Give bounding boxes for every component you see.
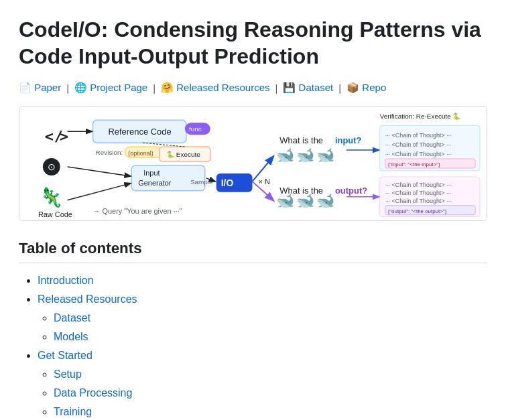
list-item: Released Resources Dataset Models bbox=[38, 291, 487, 345]
toc-get-started-link[interactable]: Get Started bbox=[38, 350, 92, 361]
svg-text:I/O: I/O bbox=[221, 178, 234, 188]
diagram-container: < / > ⊙ 🦎 Raw Code Reference Code func I… bbox=[19, 106, 487, 221]
svg-text:{"input": "<the input>"}: {"input": "<the input>"} bbox=[388, 161, 440, 167]
svg-text:Reference Code: Reference Code bbox=[108, 127, 171, 137]
svg-text:Revision:: Revision: bbox=[96, 149, 123, 156]
svg-text:··· <Chain of Thought> ···: ··· <Chain of Thought> ··· bbox=[385, 182, 452, 188]
svg-text:(optional): (optional) bbox=[128, 150, 153, 157]
diagram-svg: < / > ⊙ 🦎 Raw Code Reference Code func I… bbox=[19, 107, 487, 220]
nav-separator-3: | bbox=[275, 82, 278, 94]
svg-text:⊙: ⊙ bbox=[48, 161, 56, 172]
toc-sublist: Dataset Models bbox=[38, 310, 487, 345]
svg-text:What is the: What is the bbox=[279, 186, 323, 196]
toc-setup-link[interactable]: Setup bbox=[54, 368, 82, 380]
list-item: Introduction bbox=[38, 273, 487, 289]
page-title: CodeI/O: Condensing Reasoning Patterns v… bbox=[19, 16, 487, 70]
svg-text:··· <Chain of Thought> ···: ··· <Chain of Thought> ··· bbox=[385, 198, 452, 204]
svg-text:··· <Chain of Thought> ···: ··· <Chain of Thought> ··· bbox=[385, 151, 452, 157]
svg-text:{"output": "<the output>"}: {"output": "<the output>"} bbox=[388, 208, 447, 214]
nav-separator-4: | bbox=[338, 82, 341, 94]
toc-models-link[interactable]: Models bbox=[54, 331, 88, 342]
svg-text:output?: output? bbox=[335, 186, 367, 196]
list-item: Setup bbox=[54, 366, 487, 382]
toc-list: Introduction Released Resources Dataset … bbox=[19, 273, 487, 420]
toc-released-resources-link[interactable]: Released Resources bbox=[38, 293, 137, 305]
nav-released-resources-link[interactable]: 🤗 Released Resources bbox=[161, 82, 269, 94]
svg-text:🐍 Execute: 🐍 Execute bbox=[166, 150, 200, 159]
svg-text:<: < bbox=[45, 128, 54, 145]
nav-dataset-link[interactable]: 💾 Dataset bbox=[283, 82, 333, 94]
toc-sublist: Setup Data Processing Training bbox=[38, 366, 487, 420]
nav-repo-link[interactable]: 📦 Repo bbox=[346, 82, 386, 94]
toc-training-link[interactable]: Training bbox=[54, 406, 92, 417]
svg-text:→ Query "You are given ···": → Query "You are given ···" bbox=[93, 207, 182, 215]
toc-heading: Table of contents bbox=[19, 240, 487, 263]
svg-text:>: > bbox=[60, 128, 68, 145]
list-item: Dataset bbox=[54, 310, 487, 326]
svg-text:Input: Input bbox=[143, 169, 160, 177]
svg-text:input?: input? bbox=[335, 135, 362, 145]
nav-separator-2: | bbox=[153, 82, 155, 94]
svg-text:🐋: 🐋 bbox=[296, 146, 315, 164]
navigation-bar: 📄 Paper | 🌐 Project Page | 🤗 Released Re… bbox=[19, 82, 487, 94]
toc-dataset-link[interactable]: Dataset bbox=[54, 312, 90, 324]
toc-introduction-link[interactable]: Introduction bbox=[38, 275, 94, 286]
svg-text:🦎: 🦎 bbox=[40, 186, 63, 208]
list-item: Models bbox=[54, 329, 487, 345]
svg-text:··· <Chain of Thought> ···: ··· <Chain of Thought> ··· bbox=[385, 190, 452, 196]
svg-text:··· <Chain of Thought> ···: ··· <Chain of Thought> ··· bbox=[385, 141, 452, 148]
svg-text:🐋: 🐋 bbox=[316, 146, 335, 164]
svg-text:Generator: Generator bbox=[138, 179, 172, 187]
nav-separator-1: | bbox=[66, 82, 69, 94]
list-item: Get Started Setup Data Processing Traini… bbox=[38, 348, 487, 420]
nav-project-link[interactable]: 🌐 Project Page bbox=[74, 82, 147, 94]
nav-paper-link[interactable]: 📄 Paper bbox=[19, 82, 61, 94]
list-item: Data Processing bbox=[54, 385, 487, 401]
svg-text:What is the: What is the bbox=[279, 135, 323, 145]
svg-text:× N: × N bbox=[258, 178, 269, 186]
svg-text:··· <Chain of Thought> ···: ··· <Chain of Thought> ··· bbox=[385, 132, 452, 139]
svg-text:Verification: Re-Execute 🐍: Verification: Re-Execute 🐍 bbox=[380, 112, 462, 121]
list-item: Training bbox=[54, 404, 487, 420]
svg-text:Raw Code: Raw Code bbox=[38, 210, 72, 218]
svg-text:func: func bbox=[189, 125, 202, 133]
toc-section: Table of contents Introduction Released … bbox=[19, 240, 487, 420]
svg-text:🐋: 🐋 bbox=[276, 146, 295, 164]
toc-data-processing-link[interactable]: Data Processing bbox=[54, 387, 132, 399]
